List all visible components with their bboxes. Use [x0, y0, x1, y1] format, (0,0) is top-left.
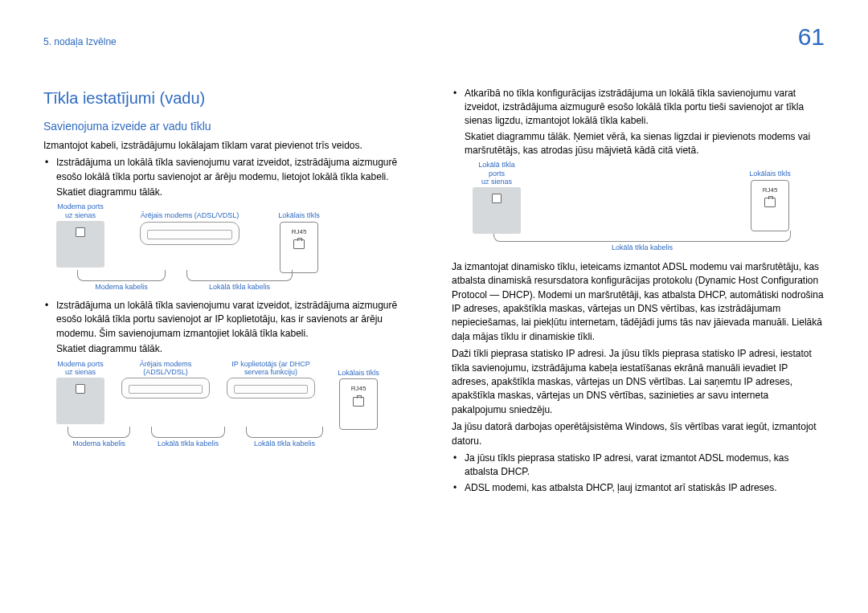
label-modem-cable: Modema kabelis	[77, 283, 166, 291]
label-lan-cable: Lokālā tīkla kabelis	[246, 439, 323, 447]
section-subtitle: Savienojuma izveide ar vadu tīklu	[43, 118, 416, 134]
label-modem-port-wall: Modema ports uz sienas	[57, 202, 104, 219]
page-header: 5. nodaļa Izvēlne 61	[43, 19, 825, 55]
see-diagram-text: Skatiet diagrammu tālāk.	[56, 342, 416, 356]
modem-icon	[121, 378, 210, 398]
label-lan-cable: Lokālā tīkla kabelis	[493, 243, 791, 251]
content-columns: Tīkla iestatījumi (vadu) Savienojuma izv…	[43, 87, 825, 497]
bullet-item: Izstrādājuma un lokālā tīkla savienojumu…	[56, 299, 416, 341]
rj45-port-icon	[353, 397, 364, 407]
rj45-box-icon: RJ45	[339, 378, 378, 430]
rj45-label: RJ45	[351, 384, 366, 394]
label-lan-cable: Lokālā tīkla kabelis	[151, 439, 225, 447]
label-lan: Lokālais tīkls	[338, 369, 379, 377]
wall-plate-icon	[56, 221, 104, 268]
left-column: Tīkla iestatījumi (vadu) Savienojuma izv…	[43, 87, 416, 497]
rj45-port-icon	[293, 239, 305, 249]
page-number: 61	[798, 19, 825, 55]
bullet-item: ADSL modemi, kas atbalsta DHCP, ļauj izm…	[465, 481, 825, 495]
see-diagram-text: Skatiet diagrammu tālāk.	[56, 186, 416, 199]
label-lan: Lokālais tīkls	[749, 170, 791, 178]
see-diagram-text: Skatiet diagrammu tālāk. Ņemiet vērā, ka…	[465, 130, 825, 158]
rj45-box-icon: RJ45	[280, 222, 318, 273]
label-ext-modem-short: Ārējais modems (ADSL/VDSL)	[140, 360, 192, 377]
rj45-label: RJ45	[292, 227, 307, 237]
label-lan-cable: Lokālā tīkla kabelis	[186, 283, 293, 291]
label-lan: Lokālais tīkls	[278, 211, 320, 219]
label-modem-port-wall: Modema ports uz sienas	[57, 360, 104, 377]
diagram-2: Modema ports uz sienas Ārējais modems (A…	[56, 360, 429, 448]
paragraph: Ja jūsu datorā darbojas operētājsistēma …	[452, 420, 825, 448]
diagram-1: Modema ports uz sienas Ārējais modems (A…	[56, 202, 429, 291]
label-lan-port-wall: Lokālā tīkla ports uz sienas	[471, 161, 522, 186]
rj45-port-icon	[764, 198, 776, 207]
page-title: Tīkla iestatījumi (vadu)	[43, 87, 416, 110]
bullet-item: Ja jūsu tīkls pieprasa statisko IP adres…	[465, 452, 825, 480]
wall-plate-icon	[473, 187, 521, 234]
label-ext-modem: Ārējais modems (ADSL/VDSL)	[141, 211, 240, 219]
modem-icon	[140, 222, 240, 245]
intro-text: Izmantojot kabeli, izstrādājumu lokālaja…	[43, 139, 416, 153]
bullet-item: Izstrādājuma un lokālā tīkla savienojumu…	[56, 156, 416, 184]
bullet-item: Atkarībā no tīkla konfigurācijas izstrād…	[465, 87, 825, 129]
chapter-label: 5. nodaļa Izvēlne	[43, 35, 117, 49]
rj45-box-icon: RJ45	[751, 180, 789, 231]
wall-plate-icon	[56, 378, 104, 424]
paragraph: Ja izmantojat dinamisko tīklu, ieteicams…	[452, 260, 825, 344]
paragraph: Daži tīkli pieprasa statisko IP adresi. …	[452, 347, 825, 417]
rj45-label: RJ45	[763, 186, 778, 195]
right-column: Atkarībā no tīkla konfigurācijas izstrād…	[452, 87, 825, 497]
label-modem-cable: Modema kabelis	[68, 439, 130, 447]
diagram-3: Lokālā tīkla ports uz sienas Lokālais tī…	[471, 161, 825, 251]
ip-sharer-icon	[227, 378, 315, 398]
label-ip-sharer: IP koplietotājs (ar DHCP servera funkcij…	[231, 360, 309, 377]
